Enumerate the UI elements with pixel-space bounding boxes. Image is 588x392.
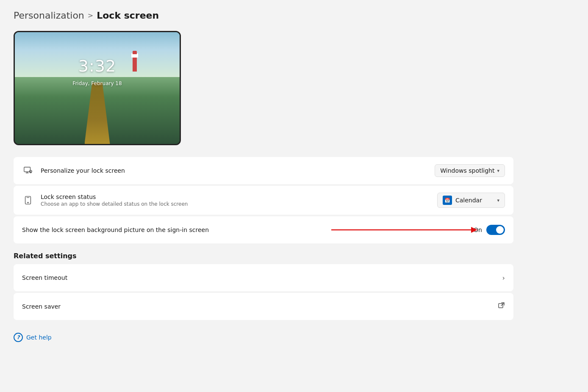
breadcrumb-parent[interactable]: Personalization: [14, 10, 84, 21]
related-settings-title: Related settings: [14, 252, 513, 260]
personalize-dropdown-chevron: ▾: [497, 168, 499, 174]
lock-status-dropdown-chevron: ▾: [497, 198, 499, 203]
personalize-dropdown-value: Windows spotlight: [440, 167, 494, 174]
signin-toggle-label: On: [474, 226, 482, 233]
signin-toggle[interactable]: [486, 225, 505, 235]
breadcrumb-chevron: >: [88, 11, 93, 19]
screen-timeout-card[interactable]: Screen timeout ›: [14, 264, 513, 291]
page-title: Lock screen: [97, 10, 159, 21]
lock-status-card: Lock screen status Choose an app to show…: [14, 186, 513, 215]
personalize-card: Personalize your lock screen Windows spo…: [14, 157, 513, 184]
preview-date: Friday, February 18: [72, 80, 122, 86]
get-help-link[interactable]: Get help: [26, 334, 52, 341]
personalize-control: Windows spotlight ▾: [435, 164, 505, 177]
svg-rect-2: [30, 172, 32, 173]
breadcrumb: Personalization > Lock screen: [14, 10, 574, 21]
signin-card: Show the lock screen background picture …: [14, 216, 513, 243]
lock-status-control: 📅 Calendar ▾: [437, 193, 505, 208]
phone-status-icon: [22, 194, 34, 206]
monitor-lock-icon: [22, 165, 34, 177]
settings-container: Personalize your lock screen Windows spo…: [14, 157, 513, 243]
related-settings-section: Related settings Screen timeout › Screen…: [14, 252, 513, 320]
signin-text: Show the lock screen background picture …: [22, 226, 474, 233]
screen-saver-external-icon: [498, 302, 505, 311]
personalize-title: Personalize your lock screen: [41, 167, 435, 174]
lock-status-subtitle: Choose an app to show detailed status on…: [41, 201, 437, 207]
personalize-text: Personalize your lock screen: [41, 167, 435, 174]
lock-status-dropdown-label: 📅 Calendar: [443, 196, 482, 205]
help-circle-icon: ?: [14, 333, 23, 342]
preview-background: 3:32 Friday, February 18: [15, 32, 180, 144]
screen-saver-card[interactable]: Screen saver: [14, 293, 513, 320]
lighthouse-decoration: [133, 57, 137, 72]
boardwalk-decoration: [85, 83, 110, 144]
lock-screen-preview: 3:32 Friday, February 18: [14, 31, 181, 145]
lock-status-text: Lock screen status Choose an app to show…: [41, 193, 437, 207]
screen-saver-label: Screen saver: [22, 303, 498, 310]
personalize-dropdown-label: Windows spotlight: [440, 167, 494, 174]
svg-point-4: [28, 202, 28, 203]
screen-timeout-label: Screen timeout: [22, 274, 502, 281]
calendar-icon: 📅: [443, 196, 452, 205]
personalize-dropdown[interactable]: Windows spotlight ▾: [435, 164, 505, 177]
footer: ? Get help: [14, 333, 574, 342]
signin-title: Show the lock screen background picture …: [22, 226, 474, 233]
signin-control: On: [474, 225, 505, 235]
lock-status-dropdown-value: Calendar: [455, 197, 482, 204]
screen-timeout-chevron-icon: ›: [502, 274, 505, 282]
lock-status-title: Lock screen status: [41, 193, 437, 200]
lock-status-dropdown[interactable]: 📅 Calendar ▾: [437, 193, 505, 208]
preview-time: 3:32: [78, 57, 116, 75]
